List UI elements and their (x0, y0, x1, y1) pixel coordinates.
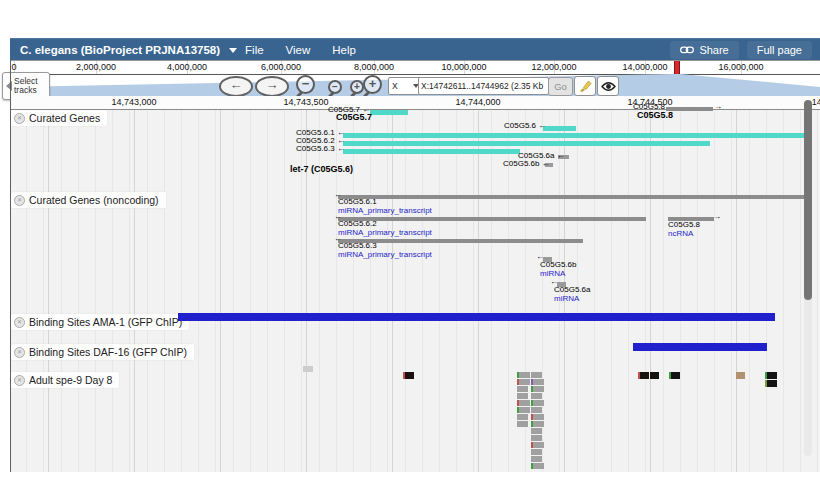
adult-spe-9-day-8-feature[interactable] (531, 421, 544, 427)
track-label-curated-genes[interactable]: ✕Curated Genes (11, 110, 107, 126)
select-tracks-label: Select tracks (14, 77, 49, 95)
feature-label: C05G5.6b ← (503, 160, 550, 168)
go-button[interactable]: Go (548, 77, 573, 96)
adult-spe-9-day-8-feature[interactable] (517, 386, 528, 392)
adult-spe-9-day-8-feature[interactable] (517, 379, 530, 385)
arrow-left-icon: ← (230, 77, 243, 92)
adult-spe-9-day-8-feature[interactable] (403, 372, 414, 379)
zoom-out-small-button[interactable]: − (328, 80, 342, 94)
gene-C05G5.6[interactable] (543, 126, 576, 131)
location-input[interactable]: X:14742611..14744962 (2.35 Kb (418, 77, 549, 95)
overview-tick-label: 14,000,000 (622, 62, 667, 72)
feature-label: C05G5.7 (336, 113, 372, 121)
full-page-button[interactable]: Full page (747, 41, 812, 59)
track-label-binding-sites-daf-16[interactable]: ✕Binding Sites DAF-16 (GFP ChIP) (11, 344, 194, 360)
eye-icon (601, 81, 616, 92)
adult-spe-9-day-8-feature[interactable] (765, 372, 777, 379)
adult-spe-9-day-8-feature[interactable] (765, 380, 777, 387)
adult-spe-9-day-8-feature[interactable] (531, 456, 542, 462)
adult-spe-9-day-8-feature[interactable] (517, 414, 528, 420)
binding-site-ama-1[interactable] (178, 313, 775, 321)
adult-spe-9-day-8-feature[interactable] (517, 407, 530, 413)
adult-spe-9-day-8-feature[interactable] (531, 463, 544, 469)
feature-label: C05G5.6.2 (338, 220, 377, 228)
adult-spe-9-day-8-feature[interactable] (517, 372, 530, 378)
adult-spe-9-day-8-feature[interactable] (650, 372, 659, 379)
binding-site-daf-16[interactable] (633, 343, 767, 351)
menu-item-file[interactable]: File (245, 44, 264, 56)
feature-label: miRNA_primary_transcript (338, 251, 432, 259)
zoom-out-large-button[interactable]: − (296, 75, 315, 94)
track-label-binding-sites-ama-1[interactable]: ✕Binding Sites AMA-1 (GFP ChIP) (11, 314, 189, 330)
overview-tick-label: 4,000,000 (167, 62, 207, 72)
adult-spe-9-day-8-feature[interactable] (531, 393, 542, 399)
detail-ruler-tick-label: 14,743,500 (283, 97, 328, 107)
gridline-major (134, 110, 135, 472)
adult-spe-9-day-8-feature[interactable] (517, 400, 530, 406)
minus-icon: − (302, 76, 310, 91)
overview-ruler[interactable]: 02,000,0004,000,0006,000,0008,000,00010,… (10, 60, 820, 75)
track-label-curated-genes-noncoding[interactable]: ✕Curated Genes (noncoding) (11, 192, 166, 208)
menu-right-group: Share Full page (670, 41, 820, 59)
adult-spe-9-day-8-feature[interactable] (517, 421, 528, 427)
adult-spe-9-day-8-feature[interactable] (736, 372, 745, 379)
adult-spe-9-day-8-feature[interactable] (531, 449, 542, 455)
gene-C05G5.7[interactable] (370, 110, 408, 115)
overview-tick-label: 6,000,000 (261, 62, 301, 72)
adult-spe-9-day-8-feature[interactable] (531, 372, 542, 378)
overview-tick-label: 16,000,000 (718, 62, 763, 72)
adult-spe-9-day-8-feature[interactable] (531, 379, 544, 385)
menu-item-view[interactable]: View (286, 44, 311, 56)
chevron-down-icon[interactable] (229, 48, 237, 53)
track-label-adult-spe-9-day-8[interactable]: ✕Adult spe-9 Day 8 (11, 372, 119, 388)
track-close-icon[interactable]: ✕ (14, 375, 25, 386)
highlighter-icon (578, 79, 592, 93)
track-close-icon[interactable]: ✕ (14, 317, 25, 328)
feature-label: miRNA_primary_transcript (338, 229, 432, 237)
gene-C05G5.6.1[interactable] (343, 133, 810, 138)
minus-icon: − (332, 81, 338, 92)
track-label-text: Adult spe-9 Day 8 (29, 374, 112, 386)
overview-tick-label: 12,000,000 (531, 62, 576, 72)
adult-spe-9-day-8-feature[interactable] (531, 407, 542, 413)
gridline-major (736, 110, 737, 472)
share-label: Share (699, 44, 728, 56)
share-button[interactable]: Share (670, 41, 738, 59)
detail-ruler-tick-label: 14,744,000 (455, 97, 500, 107)
gene-C05G5.6.3[interactable] (343, 149, 520, 154)
zoom-in-large-button[interactable]: + (363, 75, 382, 94)
menu-item-help[interactable]: Help (332, 44, 356, 56)
overview-location-marker (674, 61, 680, 74)
full-page-label: Full page (757, 44, 802, 56)
adult-spe-9-day-8-feature[interactable] (531, 400, 544, 406)
track-close-icon[interactable]: ✕ (14, 347, 25, 358)
transcript-C05G5.6.2[interactable] (338, 217, 646, 221)
detail-ruler-tick-label: 14, (812, 97, 820, 107)
gene-C05G5.6.2[interactable] (343, 141, 710, 146)
adult-spe-9-day-8-feature[interactable] (669, 372, 680, 379)
organism-dropdown[interactable]: C. elegans (BioProject PRJNA13758) (20, 44, 220, 56)
transcript-C05G5.6.1[interactable] (338, 195, 810, 199)
pan-right-button[interactable]: → (255, 76, 289, 97)
adult-spe-9-day-8-feature[interactable] (531, 428, 542, 434)
vertical-scrollbar-thumb[interactable] (804, 100, 812, 300)
adult-spe-9-day-8-feature[interactable] (531, 386, 544, 392)
zoom-in-small-button[interactable]: + (350, 80, 364, 94)
track-close-icon[interactable]: ✕ (14, 113, 25, 124)
highlight-button[interactable] (574, 76, 596, 96)
overview-tick-label: 8,000,000 (354, 62, 394, 72)
adult-spe-9-day-8-feature[interactable] (531, 442, 544, 448)
view-options-button[interactable] (597, 76, 619, 96)
plus-icon: + (369, 76, 377, 91)
pan-left-button[interactable]: ← (219, 76, 253, 97)
adult-spe-9-day-8-feature[interactable] (638, 372, 649, 379)
adult-spe-9-day-8-feature[interactable] (517, 393, 528, 399)
adult-spe-9-day-8-feature[interactable] (531, 435, 542, 441)
gridline-major (478, 110, 479, 472)
overview-tick-label: 10,000,000 (441, 62, 486, 72)
track-close-icon[interactable]: ✕ (14, 195, 25, 206)
adult-spe-9-day-8-feature[interactable] (303, 366, 313, 372)
adult-spe-9-day-8-feature[interactable] (531, 414, 544, 420)
feature-label: ncRNA (668, 230, 693, 238)
gene-C05G5.8[interactable] (666, 107, 713, 111)
